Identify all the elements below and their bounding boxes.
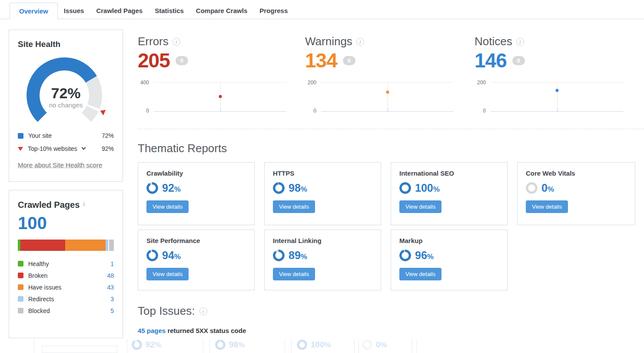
thematic-card-crawlability: Crawlability 92% View details (138, 162, 255, 225)
faded-donut-item: 0% (362, 340, 387, 350)
card-percent: 0 (541, 182, 548, 194)
tab-overview[interactable]: Overview (10, 3, 58, 19)
bar-segment-have-issues[interactable] (65, 240, 106, 251)
site-health-more-link[interactable]: More about Site Health score (18, 161, 102, 169)
faded-donut-item: 92% (132, 340, 161, 350)
legend-row-have-issues: Have issues 43 (18, 281, 114, 293)
tab-issues[interactable]: Issues (58, 2, 90, 19)
legend-value[interactable]: 1 (110, 260, 114, 267)
legend-label: Top-10% websites (28, 145, 77, 152)
thematic-card-markup: Markup 96% View details (391, 230, 508, 290)
legend-row-top10-websites[interactable]: Top-10% websites 92% (18, 142, 114, 155)
warnings-count: 134 (305, 50, 337, 70)
tab-bar: Overview Issues Crawled Pages Statistics… (0, 0, 644, 19)
info-icon[interactable]: i (356, 38, 364, 46)
dashed-separator (138, 129, 644, 129)
bar-segment-blocked[interactable] (109, 240, 114, 251)
notices-data-point[interactable] (555, 89, 558, 92)
top-issue-item: 45 pages returned 5XX status code (138, 327, 246, 334)
blocked-swatch-icon (18, 308, 23, 313)
site-health-card: Site Health 72% no changes Your site 72%… (9, 30, 123, 182)
chevron-down-icon[interactable] (81, 145, 86, 150)
info-icon[interactable]: i (199, 307, 207, 315)
warnings-trend-chart[interactable]: 200 0 (305, 80, 455, 112)
legend-label: Redirects (28, 296, 54, 303)
errors-change-badge: 0 (176, 56, 188, 65)
top-issues-title-text: Top Issues: (138, 304, 195, 318)
y-axis-max-label: 200 (475, 80, 486, 86)
broken-swatch-icon (18, 273, 23, 278)
metric-label: Warnings (305, 35, 352, 48)
internal-linking-donut-chart (273, 250, 285, 261)
legend-value[interactable]: 5 (110, 307, 114, 314)
core-web-vitals-donut-chart (526, 182, 538, 194)
errors-data-point[interactable] (219, 95, 222, 98)
percent-sign: % (301, 185, 307, 193)
tab-progress[interactable]: Progress (253, 2, 294, 19)
legend-value[interactable]: 3 (110, 296, 114, 303)
thematic-card-https: HTTPS 98% View details (264, 162, 381, 225)
card-percent: 92 (162, 182, 174, 194)
warnings-change-badge: 0 (343, 56, 355, 65)
info-icon[interactable]: i (173, 38, 180, 46)
view-details-button[interactable]: View details (399, 200, 442, 213)
have-issues-swatch-icon (18, 284, 23, 290)
y-axis-max-label: 400 (138, 80, 149, 86)
issue-pages-link[interactable]: 45 pages (138, 327, 166, 334)
percent-sign: % (301, 253, 307, 261)
card-percent: 100 (415, 182, 433, 194)
card-title: HTTPS (273, 170, 372, 177)
info-icon[interactable]: i (83, 201, 85, 210)
card-percent: 94 (162, 249, 174, 261)
faded-card-outline (42, 346, 117, 353)
errors-metric: Errors i 205 0 400 0 (138, 35, 287, 112)
notices-trend-chart[interactable]: 200 0 (475, 80, 624, 112)
site-health-gauge: 72% no changes (19, 56, 113, 122)
thematic-card-core-web-vitals: Core Web Vitals 0% View details (517, 162, 635, 225)
notices-change-badge: 0 (512, 56, 525, 65)
errors-trend-chart[interactable]: 400 0 (138, 80, 287, 112)
legend-label: Blocked (28, 307, 50, 314)
y-axis-min-label: 0 (475, 108, 486, 114)
info-icon[interactable]: i (516, 38, 524, 46)
errors-count: 205 (138, 50, 170, 70)
thematic-card-internal-linking: Internal Linking 89% View details (264, 230, 381, 290)
https-donut-chart (273, 182, 285, 194)
legend-value[interactable]: 48 (107, 272, 114, 279)
legend-label: Healthy (28, 260, 49, 267)
top-issues-title: Top Issues: i (138, 304, 207, 318)
view-details-button[interactable]: View details (146, 268, 189, 280)
y-axis-max-label: 200 (305, 80, 316, 86)
thematic-card-site-performance: Site Performance 94% View details (138, 230, 255, 290)
metric-label: Errors (138, 35, 169, 48)
tab-statistics[interactable]: Statistics (149, 2, 190, 19)
y-axis-min-label: 0 (305, 108, 316, 114)
legend-label: Your site (28, 132, 52, 139)
percent-sign: % (433, 185, 440, 193)
warnings-data-point[interactable] (386, 90, 389, 93)
view-details-button[interactable]: View details (146, 200, 189, 213)
redirects-swatch-icon (18, 296, 23, 302)
percent-sign: % (174, 253, 181, 261)
view-details-button[interactable]: View details (399, 268, 442, 280)
crawled-pages-legend: Healthy 1 Broken 48 Have issues 43 Redir… (18, 258, 114, 316)
view-details-button[interactable]: View details (273, 200, 315, 213)
view-details-button[interactable]: View details (273, 268, 315, 280)
y-axis-min-label: 0 (138, 108, 149, 114)
notices-count: 146 (475, 50, 507, 70)
issue-text: returned 5XX status code (167, 327, 246, 334)
view-details-button[interactable]: View details (526, 200, 568, 213)
percent-sign: % (548, 185, 554, 193)
legend-value[interactable]: 43 (107, 284, 114, 291)
bar-segment-broken[interactable] (20, 240, 65, 251)
site-health-score: 72% (19, 85, 113, 102)
healthy-swatch-icon (18, 261, 23, 266)
site-health-change: no changes (19, 101, 113, 109)
crawled-pages-title-text: Crawled Pages (18, 200, 80, 210)
bar-segment-redirects[interactable] (106, 240, 108, 251)
legend-row-broken: Broken 48 (18, 270, 114, 281)
tab-compare-crawls[interactable]: Compare Crawls (190, 2, 253, 19)
legend-label: Broken (28, 272, 47, 279)
tab-crawled-pages[interactable]: Crawled Pages (90, 2, 149, 19)
legend-row-your-site: Your site 72% (18, 129, 114, 142)
